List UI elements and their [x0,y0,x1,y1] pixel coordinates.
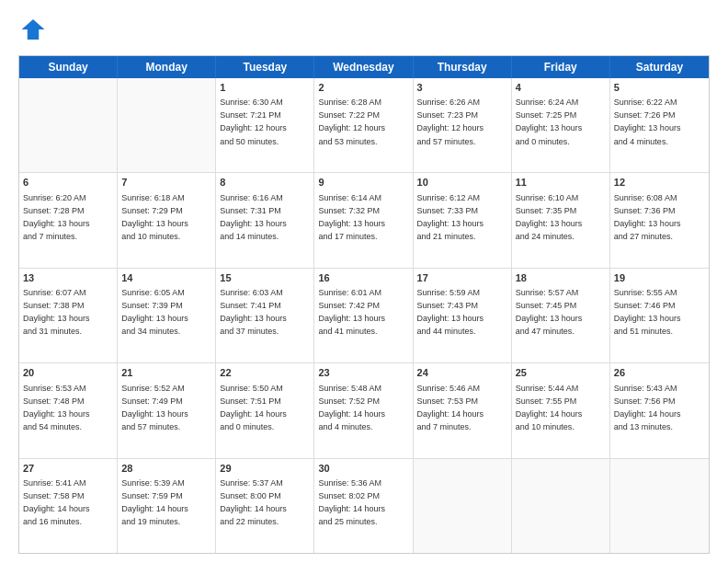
calendar-cell: 4Sunrise: 6:24 AMSunset: 7:25 PMDaylight… [512,78,610,172]
calendar-row-4: 27Sunrise: 5:41 AMSunset: 7:58 PMDayligh… [19,459,709,553]
calendar-cell: 19Sunrise: 5:55 AMSunset: 7:46 PMDayligh… [610,269,709,362]
cell-text: Sunrise: 6:22 AMSunset: 7:26 PMDaylight:… [614,98,681,145]
cell-text: Sunrise: 5:53 AMSunset: 7:48 PMDaylight:… [23,384,90,431]
calendar-cell: 11Sunrise: 6:10 AMSunset: 7:35 PMDayligh… [512,173,610,267]
day-number: 23 [318,366,408,380]
logo [18,17,48,46]
cell-text: Sunrise: 5:41 AMSunset: 7:58 PMDaylight:… [23,478,90,526]
calendar-cell [610,459,709,553]
day-number: 22 [220,366,310,380]
cell-text: Sunrise: 6:01 AMSunset: 7:42 PMDaylight:… [318,288,385,336]
day-number: 1 [220,81,310,95]
day-number: 24 [417,366,507,380]
calendar-cell [512,459,610,553]
cell-text: Sunrise: 6:14 AMSunset: 7:32 PMDaylight:… [318,193,385,241]
day-number: 30 [318,462,408,476]
cell-text: Sunrise: 6:20 AMSunset: 7:28 PMDaylight:… [23,193,90,241]
calendar-cell: 30Sunrise: 5:36 AMSunset: 8:02 PMDayligh… [314,459,413,553]
calendar-cell: 5Sunrise: 6:22 AMSunset: 7:26 PMDaylight… [610,78,709,172]
day-number: 7 [121,176,211,190]
calendar-cell: 13Sunrise: 6:07 AMSunset: 7:38 PMDayligh… [19,269,118,362]
cell-text: Sunrise: 5:44 AMSunset: 7:55 PMDaylight:… [516,384,583,431]
calendar-body: 1Sunrise: 6:30 AMSunset: 7:21 PMDaylight… [19,78,709,553]
calendar-cell [414,459,512,553]
calendar: SundayMondayTuesdayWednesdayThursdayFrid… [18,55,710,554]
cell-text: Sunrise: 5:57 AMSunset: 7:45 PMDaylight:… [516,288,583,336]
calendar-cell [118,78,216,172]
cell-text: Sunrise: 5:37 AMSunset: 8:00 PMDaylight:… [220,478,287,526]
calendar-cell: 8Sunrise: 6:16 AMSunset: 7:31 PMDaylight… [216,173,314,267]
calendar-cell: 28Sunrise: 5:39 AMSunset: 7:59 PMDayligh… [118,459,216,553]
cell-text: Sunrise: 5:50 AMSunset: 7:51 PMDaylight:… [220,384,287,431]
day-number: 11 [516,176,606,190]
cell-text: Sunrise: 6:18 AMSunset: 7:29 PMDaylight:… [121,193,188,241]
calendar-cell: 18Sunrise: 5:57 AMSunset: 7:45 PMDayligh… [512,269,610,362]
calendar-cell: 2Sunrise: 6:28 AMSunset: 7:22 PMDaylight… [314,78,413,172]
weekday-header-thursday: Thursday [414,56,512,78]
cell-text: Sunrise: 5:43 AMSunset: 7:56 PMDaylight:… [614,384,681,431]
day-number: 10 [417,176,507,190]
calendar-cell: 26Sunrise: 5:43 AMSunset: 7:56 PMDayligh… [610,363,709,457]
cell-text: Sunrise: 6:05 AMSunset: 7:39 PMDaylight:… [121,288,188,336]
calendar-cell: 20Sunrise: 5:53 AMSunset: 7:48 PMDayligh… [19,363,118,457]
day-number: 16 [318,271,408,285]
cell-text: Sunrise: 6:10 AMSunset: 7:35 PMDaylight:… [516,193,583,241]
weekday-header-saturday: Saturday [610,56,709,78]
cell-text: Sunrise: 5:48 AMSunset: 7:52 PMDaylight:… [318,384,385,431]
day-number: 17 [417,271,507,285]
cell-text: Sunrise: 6:08 AMSunset: 7:36 PMDaylight:… [614,193,681,241]
calendar-cell: 6Sunrise: 6:20 AMSunset: 7:28 PMDaylight… [19,173,118,267]
cell-text: Sunrise: 6:07 AMSunset: 7:38 PMDaylight:… [23,288,90,336]
cell-text: Sunrise: 5:39 AMSunset: 7:59 PMDaylight:… [121,478,188,526]
day-number: 15 [220,271,310,285]
calendar-cell: 24Sunrise: 5:46 AMSunset: 7:53 PMDayligh… [414,363,512,457]
day-number: 21 [121,366,211,380]
cell-text: Sunrise: 6:03 AMSunset: 7:41 PMDaylight:… [220,288,287,336]
day-number: 3 [417,81,507,95]
cell-text: Sunrise: 6:30 AMSunset: 7:21 PMDaylight:… [220,98,287,145]
day-number: 26 [614,366,705,380]
weekday-header-tuesday: Tuesday [216,56,314,78]
calendar-cell: 12Sunrise: 6:08 AMSunset: 7:36 PMDayligh… [610,173,709,267]
calendar-header: SundayMondayTuesdayWednesdayThursdayFrid… [19,56,709,78]
calendar-cell: 9Sunrise: 6:14 AMSunset: 7:32 PMDaylight… [314,173,413,267]
calendar-page: SundayMondayTuesdayWednesdayThursdayFrid… [0,0,728,563]
calendar-row-3: 20Sunrise: 5:53 AMSunset: 7:48 PMDayligh… [19,363,709,458]
weekday-header-wednesday: Wednesday [314,56,413,78]
cell-text: Sunrise: 5:46 AMSunset: 7:53 PMDaylight:… [417,384,484,431]
calendar-cell: 7Sunrise: 6:18 AMSunset: 7:29 PMDaylight… [118,173,216,267]
day-number: 12 [614,176,705,190]
calendar-cell: 21Sunrise: 5:52 AMSunset: 7:49 PMDayligh… [118,363,216,457]
weekday-header-sunday: Sunday [19,56,118,78]
day-number: 28 [121,462,211,476]
day-number: 6 [23,176,113,190]
header [18,17,710,46]
day-number: 19 [614,271,705,285]
calendar-cell: 1Sunrise: 6:30 AMSunset: 7:21 PMDaylight… [216,78,314,172]
weekday-header-monday: Monday [118,56,216,78]
calendar-cell: 29Sunrise: 5:37 AMSunset: 8:00 PMDayligh… [216,459,314,553]
calendar-cell: 10Sunrise: 6:12 AMSunset: 7:33 PMDayligh… [414,173,512,267]
calendar-cell [19,78,118,172]
day-number: 20 [23,366,113,380]
day-number: 8 [220,176,310,190]
day-number: 9 [318,176,408,190]
calendar-cell: 14Sunrise: 6:05 AMSunset: 7:39 PMDayligh… [118,269,216,362]
cell-text: Sunrise: 5:55 AMSunset: 7:46 PMDaylight:… [614,288,681,336]
cell-text: Sunrise: 6:28 AMSunset: 7:22 PMDaylight:… [318,98,385,145]
calendar-cell: 25Sunrise: 5:44 AMSunset: 7:55 PMDayligh… [512,363,610,457]
cell-text: Sunrise: 5:52 AMSunset: 7:49 PMDaylight:… [121,384,188,431]
cell-text: Sunrise: 6:26 AMSunset: 7:23 PMDaylight:… [417,98,484,145]
logo-icon [20,17,46,42]
cell-text: Sunrise: 5:36 AMSunset: 8:02 PMDaylight:… [318,478,385,526]
cell-text: Sunrise: 6:12 AMSunset: 7:33 PMDaylight:… [417,193,484,241]
cell-text: Sunrise: 5:59 AMSunset: 7:43 PMDaylight:… [417,288,484,336]
svg-marker-0 [22,19,45,40]
day-number: 4 [516,81,606,95]
day-number: 29 [220,462,310,476]
day-number: 13 [23,271,113,285]
day-number: 14 [121,271,211,285]
cell-text: Sunrise: 6:16 AMSunset: 7:31 PMDaylight:… [220,193,287,241]
cell-text: Sunrise: 6:24 AMSunset: 7:25 PMDaylight:… [516,98,583,145]
calendar-cell: 17Sunrise: 5:59 AMSunset: 7:43 PMDayligh… [414,269,512,362]
